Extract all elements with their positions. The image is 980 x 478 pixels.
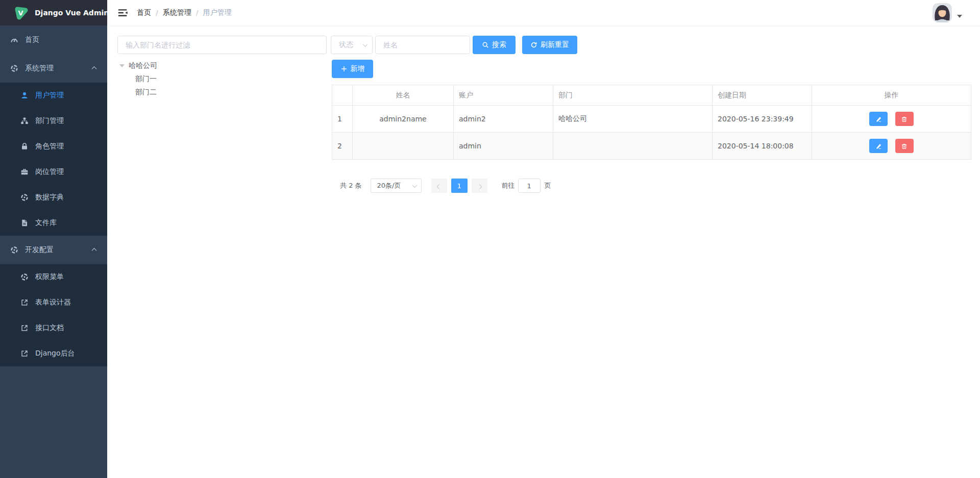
table-header-row: 姓名 账户 部门 创建日期 操作 xyxy=(332,85,971,106)
col-header-name: 姓名 xyxy=(353,85,454,106)
org-tree-icon xyxy=(20,117,29,125)
sidebar-item-post-mgmt[interactable]: 岗位管理 xyxy=(0,159,107,185)
sidebar-item-file-library[interactable]: 文件库 xyxy=(0,210,107,236)
add-button-label: 新增 xyxy=(351,64,365,73)
col-header-created: 创建日期 xyxy=(713,85,812,106)
delete-button[interactable] xyxy=(895,139,914,153)
cell-index: 2 xyxy=(332,133,353,160)
sidebar: V Django Vue Admin 首页 系统管理 xyxy=(0,0,107,478)
chevron-up-icon xyxy=(92,66,97,71)
app-logo[interactable]: V Django Vue Admin xyxy=(0,0,107,26)
cell-created: 2020-05-16 23:39:49 xyxy=(713,106,812,133)
svg-text:V: V xyxy=(18,9,23,17)
filter-row: 状态 搜索 刷新重置 xyxy=(117,36,971,54)
cell-index: 1 xyxy=(332,106,353,133)
sidebar-item-label: 岗位管理 xyxy=(35,167,64,177)
chevron-up-icon xyxy=(92,248,97,253)
external-link-icon xyxy=(20,349,29,358)
table-row: 1 admin2name admin2 哈哈公司 2020-05-16 23:3… xyxy=(332,106,971,133)
pagination: 共 2 条 20条/页 1 前往 xyxy=(332,179,971,193)
status-select[interactable]: 状态 xyxy=(331,36,373,54)
chevron-down-icon xyxy=(363,42,368,47)
tree-node-dept-1[interactable]: 部门一 xyxy=(117,72,327,86)
col-header-dept: 部门 xyxy=(553,85,713,106)
sidebar-item-role-mgmt[interactable]: 角色管理 xyxy=(0,134,107,159)
sidebar-item-perm-menu[interactable]: 权限菜单 xyxy=(0,264,107,290)
refresh-button-label: 刷新重置 xyxy=(541,40,569,49)
hamburger-fold-icon[interactable] xyxy=(117,7,129,18)
edit-button[interactable] xyxy=(869,112,888,126)
sidebar-item-label: Django后台 xyxy=(35,349,75,358)
plus-icon xyxy=(340,65,348,72)
sidebar-item-django-admin[interactable]: Django后台 xyxy=(0,341,107,366)
col-header-index xyxy=(332,85,353,106)
sidebar-item-user-mgmt[interactable]: 用户管理 xyxy=(0,83,107,108)
page-number-button[interactable]: 1 xyxy=(451,179,468,193)
search-icon xyxy=(482,41,489,48)
goto-label: 前往 xyxy=(502,181,515,190)
dept-filter-input[interactable] xyxy=(117,36,327,54)
lock-icon xyxy=(20,142,29,150)
page-size-value: 20条/页 xyxy=(377,181,401,190)
cell-dept: 哈哈公司 xyxy=(553,106,713,133)
sidebar-item-label: 数据字典 xyxy=(35,193,64,202)
page-unit-label: 页 xyxy=(545,181,551,190)
cell-account: admin xyxy=(454,133,553,160)
search-button[interactable]: 搜索 xyxy=(473,36,516,54)
breadcrumb-system-mgmt[interactable]: 系统管理 xyxy=(163,8,191,17)
chevron-down-icon xyxy=(412,183,417,188)
tree-node-label: 部门二 xyxy=(135,88,157,97)
tree-node-label: 哈哈公司 xyxy=(129,61,157,70)
avatar[interactable] xyxy=(933,3,952,22)
sidebar-item-label: 角色管理 xyxy=(35,142,64,151)
cell-name: admin2name xyxy=(353,106,454,133)
refresh-icon xyxy=(530,41,537,48)
pagination-total: 共 2 条 xyxy=(340,181,362,190)
user-menu xyxy=(933,3,972,22)
sidebar-item-label: 权限菜单 xyxy=(35,272,64,282)
col-header-account: 账户 xyxy=(454,85,553,106)
sidebar-item-label: 系统管理 xyxy=(25,64,54,73)
sidebar-item-system-mgmt[interactable]: 系统管理 xyxy=(0,54,107,83)
external-link-icon xyxy=(20,324,29,332)
goto-page-input[interactable] xyxy=(518,179,541,193)
prev-page-button[interactable] xyxy=(431,179,447,193)
sidebar-item-label: 用户管理 xyxy=(35,91,64,100)
document-icon xyxy=(20,219,29,227)
tree-node-dept-2[interactable]: 部门二 xyxy=(117,86,327,99)
dept-tree: 哈哈公司 部门一 部门二 xyxy=(117,54,327,99)
users-table: 姓名 账户 部门 创建日期 操作 1 admin2name ad xyxy=(332,85,971,160)
refresh-reset-button[interactable]: 刷新重置 xyxy=(522,36,577,54)
topbar: 首页 / 系统管理 / 用户管理 xyxy=(107,0,980,26)
cell-dept xyxy=(553,133,713,160)
vue-logo-icon: V xyxy=(12,5,29,21)
sidebar-item-form-designer[interactable]: 表单设计器 xyxy=(0,290,107,315)
breadcrumb-home[interactable]: 首页 xyxy=(137,8,151,17)
sidebar-item-label: 接口文档 xyxy=(35,323,64,333)
delete-button[interactable] xyxy=(895,112,914,126)
page-size-select[interactable]: 20条/页 xyxy=(371,179,422,193)
add-button[interactable]: 新增 xyxy=(332,60,373,78)
sidebar-item-dev-config[interactable]: 开发配置 xyxy=(0,236,107,264)
sidebar-item-dept-mgmt[interactable]: 部门管理 xyxy=(0,108,107,134)
tree-node-company[interactable]: 哈哈公司 xyxy=(117,59,327,72)
next-page-button[interactable] xyxy=(472,179,487,193)
col-header-actions: 操作 xyxy=(812,85,971,106)
trash-icon xyxy=(901,116,908,122)
sidebar-item-label: 文件库 xyxy=(35,218,57,228)
breadcrumb-separator: / xyxy=(156,9,158,17)
cell-account: admin2 xyxy=(454,106,553,133)
status-select-placeholder: 状态 xyxy=(339,40,353,49)
edit-button[interactable] xyxy=(869,139,888,153)
name-filter-input[interactable] xyxy=(375,36,470,54)
submenu-system-mgmt: 用户管理 部门管理 角色管理 xyxy=(0,83,107,236)
chevron-right-icon xyxy=(477,184,482,189)
sidebar-item-label: 部门管理 xyxy=(35,116,64,125)
breadcrumb-separator: / xyxy=(196,9,199,17)
edit-pencil-icon xyxy=(875,116,882,122)
sidebar-item-data-dict[interactable]: 数据字典 xyxy=(0,185,107,210)
caret-down-icon[interactable] xyxy=(957,15,962,18)
sidebar-item-home[interactable]: 首页 xyxy=(0,26,107,54)
sidebar-item-api-docs[interactable]: 接口文档 xyxy=(0,315,107,341)
submenu-dev-config: 权限菜单 表单设计器 接口文档 xyxy=(0,264,107,366)
